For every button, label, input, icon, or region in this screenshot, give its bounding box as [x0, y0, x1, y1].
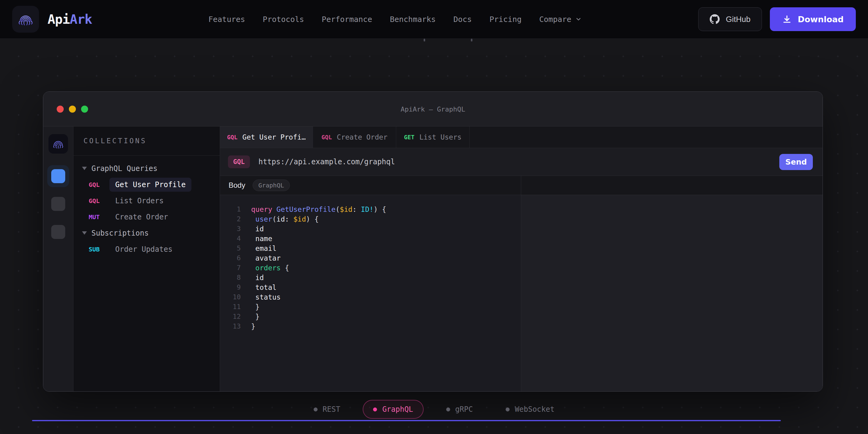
response-panel-header: [521, 176, 823, 195]
code-text: }: [241, 321, 255, 331]
code-line: 7 orders {: [220, 263, 521, 273]
request-url-bar: GQL https://api.example.com/graphql Send: [220, 148, 823, 176]
line-number: 13: [220, 321, 241, 331]
code-line: 4 name: [220, 234, 521, 244]
download-label: Download: [798, 14, 844, 24]
tree-item-list-orders[interactable]: GQLList Orders: [73, 193, 220, 209]
tree-group-graphql-queries[interactable]: GraphQL Queries: [73, 160, 220, 177]
rail-app-logo-icon[interactable]: [49, 134, 68, 154]
rail-item-environments[interactable]: [51, 197, 65, 211]
code-line: 9 total: [220, 282, 521, 292]
workspace: Body GraphQL 1query GetUserProfile($id: …: [220, 176, 823, 391]
nav-link-performance[interactable]: Performance: [313, 15, 381, 24]
window-titlebar: ApiArk — GraphQL: [43, 92, 823, 126]
method-badge: GQL: [228, 155, 250, 168]
tree-item-get-user-profile[interactable]: GQLGet User Profile: [73, 177, 220, 193]
response-content: [521, 195, 823, 391]
github-button[interactable]: GitHub: [698, 7, 762, 31]
line-number: 9: [220, 282, 241, 292]
landing-page: ApiArk FeaturesProtocolsPerformanceBench…: [0, 0, 868, 434]
nav-compare-label: Compare: [539, 15, 571, 24]
nav-link-features[interactable]: Features: [199, 15, 254, 24]
line-number: 11: [220, 302, 241, 312]
code-text: orders {: [241, 263, 289, 273]
line-number: 6: [220, 253, 241, 263]
method-badge: SUB: [89, 246, 107, 253]
protocol-label: WebSocket: [515, 405, 554, 413]
code-line: 12 }: [220, 312, 521, 321]
nav-link-docs[interactable]: Docs: [445, 15, 480, 24]
tree-group-label: GraphQL Queries: [91, 164, 158, 173]
code-text: avatar: [241, 253, 281, 263]
code-text: total: [241, 282, 276, 292]
hero-heading-descender: [424, 39, 425, 41]
request-tab-create-order[interactable]: GQLCreate Order: [313, 126, 396, 148]
nav-link-protocols[interactable]: Protocols: [254, 15, 313, 24]
collections-sidebar: COLLECTIONS GraphQL QueriesGQLGet User P…: [73, 126, 220, 391]
protocol-dot-icon: [314, 407, 317, 411]
hero-heading-descender: [471, 39, 472, 41]
protocol-option-graphql[interactable]: GraphQL: [363, 400, 423, 419]
line-number: 10: [220, 292, 241, 302]
tree-item-create-order[interactable]: MUTCreate Order: [73, 209, 220, 225]
tree-item-label: Create Order: [115, 213, 168, 221]
nav-link-benchmarks[interactable]: Benchmarks: [381, 15, 445, 24]
nav-compare-dropdown[interactable]: Compare: [530, 15, 590, 24]
nav-actions: GitHub Download: [698, 7, 856, 31]
body-tab[interactable]: Body: [228, 181, 245, 190]
tree-item-label: Get User Profile: [110, 178, 191, 192]
rail-item-collections[interactable]: [47, 165, 69, 187]
protocol-dot-icon: [446, 407, 450, 411]
request-tab-list-users[interactable]: GETList Users: [396, 126, 470, 148]
protocol-label: gRPC: [455, 405, 473, 413]
url-input[interactable]: https://api.example.com/graphql: [258, 158, 779, 166]
top-navbar: ApiArk FeaturesProtocolsPerformanceBench…: [0, 0, 868, 39]
line-number: 12: [220, 312, 241, 321]
github-icon: [710, 14, 720, 24]
rail-item-history[interactable]: [51, 225, 65, 239]
code-text: name: [241, 234, 272, 244]
tree-group-subscriptions[interactable]: Subscriptions: [73, 225, 220, 241]
protocol-switcher: RESTGraphQLgRPCWebSocket: [0, 400, 868, 419]
line-number: 8: [220, 273, 241, 282]
code-line: 8 id: [220, 273, 521, 282]
tab-label: Create Order: [337, 133, 388, 141]
code-text: id: [241, 273, 264, 282]
send-button[interactable]: Send: [779, 154, 813, 170]
line-number: 4: [220, 234, 241, 244]
app-window: ApiArk — GraphQL: [43, 91, 823, 392]
protocol-label: REST: [323, 405, 340, 413]
chevron-down-icon: [575, 16, 582, 23]
download-button[interactable]: Download: [770, 7, 856, 31]
protocol-option-grpc[interactable]: gRPC: [436, 400, 484, 419]
section-accent-line: [32, 420, 781, 421]
code-line: 3 id: [220, 224, 521, 234]
request-editor-pane: Body GraphQL 1query GetUserProfile($id: …: [220, 176, 521, 391]
code-line: 2 user(id: $id) {: [220, 214, 521, 224]
code-line: 13}: [220, 321, 521, 331]
code-text: }: [241, 302, 260, 312]
code-line: 11 }: [220, 302, 521, 312]
method-badge: GQL: [227, 134, 238, 141]
code-text: user(id: $id) {: [241, 214, 319, 224]
brand-name: ApiArk: [48, 12, 92, 27]
nav-link-pricing[interactable]: Pricing: [480, 15, 530, 24]
collections-icon: [51, 169, 65, 183]
code-line: 1query GetUserProfile($id: ID!) {: [220, 205, 521, 214]
request-tab-get-user-profi[interactable]: GQLGet User Profi…: [220, 126, 313, 148]
protocol-label: GraphQL: [382, 405, 413, 413]
tree-item-order-updates[interactable]: SUBOrder Updates: [73, 241, 220, 257]
request-tabbar: GQLGet User Profi…GQLCreate OrderGETList…: [220, 126, 823, 148]
graphql-query-editor[interactable]: 1query GetUserProfile($id: ID!) {2 user(…: [220, 195, 521, 391]
code-text: }: [241, 312, 260, 321]
request-area: GQLGet User Profi…GQLCreate OrderGETList…: [220, 126, 823, 391]
protocol-option-websocket[interactable]: WebSocket: [495, 400, 565, 419]
method-badge: MUT: [89, 213, 107, 221]
tab-label: Get User Profi…: [242, 133, 306, 141]
protocol-option-rest[interactable]: REST: [303, 400, 351, 419]
brand[interactable]: ApiArk: [12, 6, 92, 33]
window-title: ApiArk — GraphQL: [43, 105, 823, 113]
tree-item-label: List Orders: [115, 196, 164, 205]
collections-tree: GraphQL QueriesGQLGet User ProfileGQLLis…: [73, 156, 220, 257]
line-number: 7: [220, 263, 241, 273]
